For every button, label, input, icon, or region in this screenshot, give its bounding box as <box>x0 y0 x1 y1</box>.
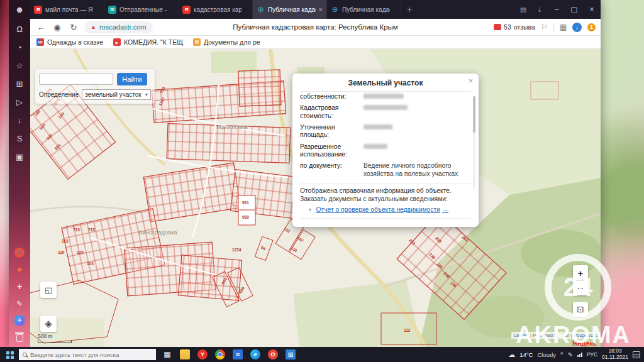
tab-bar: майл почта — Яндекс × Отправленные - Поч… <box>30 0 601 19</box>
find-button[interactable]: Найти <box>117 73 147 85</box>
downloads-icon[interactable]: ↓ <box>14 116 25 126</box>
parcel-number: 120 <box>77 250 84 255</box>
weather-text[interactable]: Cloudy <box>537 351 556 358</box>
popup-row-label: собственности: <box>300 93 360 101</box>
popup-close-icon[interactable]: × <box>469 77 473 85</box>
tableau-icon[interactable]: ⊞ <box>14 79 25 89</box>
clock[interactable]: 18:03 01.11.2021 <box>602 348 628 361</box>
reviews-button[interactable]: 53 отзыва <box>494 23 535 31</box>
chrome-button[interactable] <box>215 349 225 359</box>
back-icon[interactable]: ← <box>35 23 47 32</box>
parcel-info-popup: Земельный участок × собственности: Кадас… <box>292 74 479 227</box>
store-button[interactable]: ⊞ <box>286 349 296 359</box>
taskview-button[interactable]: ▦ <box>162 349 172 359</box>
tab-favicon <box>182 6 191 14</box>
extensions-icon[interactable]: ▦ <box>560 23 567 31</box>
site-url[interactable]: roscadastr.com <box>99 23 147 31</box>
browser-tab[interactable]: майл почта — Яндекс × <box>30 0 104 19</box>
popup-row-value: Ведение личного подсобного хозяйства на … <box>360 162 462 178</box>
pen-icon[interactable]: ✎ <box>14 299 25 309</box>
popup-scrollbar[interactable] <box>473 96 475 189</box>
map-search-input[interactable] <box>39 74 113 85</box>
browser-tab[interactable]: Публичная кадастрова × <box>327 0 401 19</box>
reviews-count: 53 <box>504 23 511 31</box>
map[interactable]: МалиновкаВиноградовка 875878166149943940… <box>30 49 601 347</box>
network-icon[interactable] <box>577 353 582 357</box>
telegram-icon[interactable]: ✈ <box>14 315 25 326</box>
popup-row: собственности: <box>300 91 462 102</box>
popup-row-label: Уточненная площадь: <box>300 124 360 140</box>
tray-expand-icon[interactable]: ^ <box>560 351 564 358</box>
maximize-button[interactable]: ▢ <box>565 0 583 19</box>
opera-button[interactable]: O <box>268 349 278 359</box>
profile-icon[interactable]: ☻ <box>15 3 25 17</box>
report-link[interactable]: Отчет о проверке объекта недвижимости <box>316 206 440 213</box>
weather-cloud-icon: ☁ <box>508 351 515 359</box>
minimize-button[interactable]: – <box>548 0 565 19</box>
popup-scrollbar-thumb[interactable] <box>473 96 475 133</box>
notification-center-icon[interactable] <box>633 351 640 358</box>
tab-downloads-icon[interactable]: ⇣ <box>531 0 548 19</box>
layers-button[interactable]: ◈ <box>40 315 57 332</box>
edge-button[interactable]: e <box>250 349 260 359</box>
messenger-icon[interactable]: S <box>14 134 25 144</box>
address-bar[interactable]: ▲ roscadastr.com <box>84 21 153 33</box>
object-type-select[interactable]: земельный участок ▾ <box>82 89 150 100</box>
browser-window: ☻ Ω◔☆⊞▷↓S▣ ♥+✎✈ майл почта — Яндекс × От… <box>9 0 601 347</box>
bookmark-favicon <box>193 38 201 46</box>
likes-icon[interactable]: ♥ <box>14 265 25 275</box>
notification-count-badge[interactable]: 1 <box>587 23 596 31</box>
screenshot-icon[interactable]: ▣ <box>14 152 25 162</box>
download-icon[interactable]: ↓ <box>572 23 582 32</box>
language-indicator[interactable]: РУС <box>587 351 597 358</box>
filter-label: Определение <box>39 91 79 98</box>
bookmark-label: Однажды в сказке <box>47 38 103 46</box>
video-icon[interactable]: ▷ <box>14 97 25 107</box>
close-window-button[interactable]: × <box>583 0 601 19</box>
tab-close-icon[interactable]: × <box>319 6 323 13</box>
refresh-icon[interactable]: ↻ <box>68 23 79 32</box>
pen-tray-icon[interactable]: ✎ <box>568 351 573 358</box>
tab-favicon <box>108 6 116 14</box>
new-tab-button[interactable]: + <box>401 0 418 19</box>
panels-icon[interactable]: ▤ <box>515 0 531 19</box>
weather-temp[interactable]: 14°C <box>519 351 533 358</box>
popup-row: Разрешенное использование: <box>300 141 462 161</box>
start-button[interactable] <box>0 347 19 362</box>
area-select-button[interactable]: ◱ <box>40 282 57 298</box>
popup-footer-line <box>300 218 471 222</box>
taskbar-search[interactable] <box>19 349 156 360</box>
sidebar-bottom-icons: ♥+✎✈ <box>14 248 25 342</box>
search-icon <box>23 353 27 357</box>
date: 01.11.2021 <box>602 354 628 361</box>
browser-ring-icon[interactable] <box>14 248 25 258</box>
bookmark-item[interactable]: Однажды в сказке <box>36 38 103 46</box>
parcel-number: 112 <box>404 328 411 332</box>
tab-label: майл почта — Яндекс <box>45 6 93 13</box>
popup-divider <box>300 183 471 184</box>
yandex-browser-button[interactable]: Y <box>197 349 208 359</box>
popup-row: по документу: Ведение личного подсобного… <box>300 160 462 180</box>
add-icon[interactable]: + <box>14 282 25 292</box>
file-explorer-button[interactable] <box>180 349 190 359</box>
favorites-icon[interactable]: ☆ <box>14 61 25 71</box>
browser-tab[interactable]: Публичная кадастр × <box>253 0 327 19</box>
redacted-value <box>364 94 404 99</box>
windows-logo-icon <box>6 351 9 354</box>
trash-icon[interactable] <box>16 334 23 342</box>
popup-row-label: Кадастровая стоимость: <box>300 104 360 120</box>
reviews-bubble-icon <box>494 24 501 30</box>
history-icon[interactable]: ◔ <box>14 43 25 53</box>
parcel-number: 989 <box>242 215 249 219</box>
browser-tab[interactable]: кадастровая карта кры × <box>179 0 253 19</box>
notifications-icon[interactable]: Ω <box>14 25 25 35</box>
taskbar-search-input[interactable] <box>30 351 152 358</box>
bookmark-flag-icon[interactable]: ⚐ <box>541 23 548 31</box>
alice-icon[interactable]: ◉ <box>52 23 63 32</box>
browser-tab[interactable]: Отправленные - Почт × <box>104 0 179 19</box>
bookmark-item[interactable]: КОМЕДИЯ. "К ТЕЩ <box>113 38 183 46</box>
bookmark-item[interactable]: Документы для ре <box>193 38 260 46</box>
reviews-label: отзыва <box>514 23 535 31</box>
mail-app-button[interactable]: ✉ <box>233 349 243 359</box>
tab-favicon <box>34 6 42 14</box>
